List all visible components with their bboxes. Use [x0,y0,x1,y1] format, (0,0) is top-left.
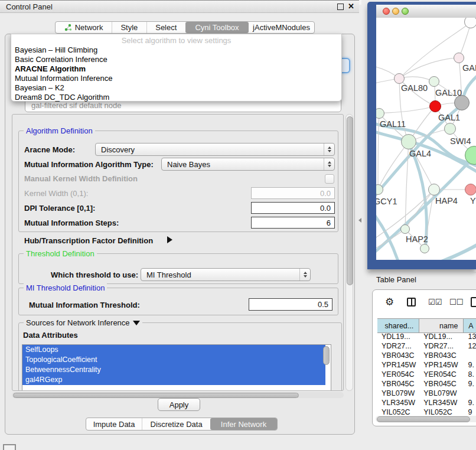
table-panel-title: Table Panel [376,275,416,284]
select-all-checkbox-icon[interactable]: ☑☑ [428,297,442,308]
network-window-titlebar[interactable] [376,5,476,18]
table-row[interactable]: YLR345W YLR345W 9. [377,398,476,407]
dropdown-item[interactable]: Bayesian – K2 [11,83,341,93]
table-row[interactable]: YBL079W YBL079W [377,389,476,398]
minimized-panel-icon[interactable] [3,444,16,450]
list-scrollbar[interactable] [323,346,330,365]
manual-kernel-checkbox[interactable] [325,174,334,184]
list-item[interactable]: BetweennessCentrality [22,365,325,375]
table-row[interactable]: YER054C YER054C 8. [377,370,476,379]
gear-icon[interactable]: ⚙ [385,297,394,308]
manual-kernel-label: Manual Kernel Width Definition [24,174,138,183]
column-header-name[interactable]: name [419,319,464,332]
table-panel-titlebar: Table Panel [369,272,476,286]
table-panel: ⚙ ☑☑ ☐☐ shared... name A YDL19... YDL19.… [372,289,476,426]
network-node[interactable] [454,53,464,63]
network-node[interactable] [464,18,476,28]
list-item[interactable]: TopologicalCoefficient [22,355,325,365]
network-node-gal80[interactable] [394,73,405,84]
tab-network[interactable]: Network [56,22,112,33]
tab-select[interactable]: Select [146,22,185,33]
table-row[interactable]: YPR145W YPR145W 9. [377,360,476,370]
apply-button[interactable]: Apply [158,398,200,411]
columns-icon[interactable] [407,298,416,306]
aracne-mode-combo[interactable]: Discovery [95,143,335,156]
network-node-selected[interactable] [429,100,441,112]
tab-cyni-toolbox[interactable]: Cyni Toolbox [185,22,249,33]
list-item[interactable]: SelfLoops [22,345,325,355]
which-threshold-combo[interactable]: MI Threshold [141,268,311,281]
tab-discretize-data-label: Discretize Data [151,420,203,429]
minimize-window-icon[interactable] [392,8,399,15]
column-header-partial[interactable]: A [464,319,476,332]
network-node-gal10[interactable] [429,76,439,87]
close-panel-icon[interactable]: ✕ [348,3,354,10]
table-hscrollbar-track[interactable] [376,416,476,422]
bottom-tabbar: Impute Data Discretize Data Infer Networ… [86,418,278,431]
collapsed-arrow-icon[interactable] [167,236,172,243]
which-threshold-value: MI Threshold [146,270,191,279]
aracne-mode-value: Discovery [101,145,135,154]
splitter-collapse-icon[interactable] [358,218,361,223]
node-label: GAL [462,63,476,73]
network-node-hap2[interactable] [400,224,410,234]
node-label: HAP4 [435,196,458,206]
settings-hscrollbar-thumb[interactable] [13,393,299,398]
settings-vscrollbar-thumb[interactable] [347,116,353,285]
sources-title[interactable]: Sources for Network Inference [24,318,142,327]
dropdown-item[interactable]: Mutual Information Inference [11,74,341,83]
algorithm-dropdown: Select algorithm to view settings Bayesi… [11,34,342,102]
table-row[interactable]: YDR27... YDR27... 12 [377,341,476,351]
zoom-window-icon[interactable] [402,8,409,15]
tab-select-label: Select [155,23,177,32]
table-hscrollbar-thumb[interactable] [377,416,470,422]
mi-threshold-input[interactable]: 0.5 [249,298,332,311]
network-node-gal1[interactable] [444,123,456,135]
mi-steps-input[interactable]: 6 [251,217,335,229]
list-item[interactable]: gal4RGexp [22,375,325,385]
dpi-tolerance-input[interactable]: 0.0 [251,202,335,214]
table-row[interactable]: YIL052C YIL052C 9 [377,407,476,415]
hub-section-label[interactable]: Hub/Transcription Factor Definition [24,236,153,245]
data-attributes-label: Data Attributes [23,331,78,340]
tab-style[interactable]: Style [112,22,146,33]
network-node[interactable] [420,244,429,253]
tab-discretize-data[interactable]: Discretize Data [142,418,210,430]
mi-type-combo[interactable]: Naive Bayes [161,158,335,171]
tab-impute-data-label: Impute Data [93,420,135,429]
table-row[interactable]: YBR043C YBR043C [377,351,476,360]
mi-type-label: Mutual Information Algorithm Type: [24,160,154,169]
settings-vscrollbar-track[interactable] [345,114,353,391]
combo-stepper-icon [299,269,310,281]
dropdown-item[interactable]: Bayesian – Hill Climbing [11,45,341,55]
table-row[interactable]: YDL19... YDL19... 13 [377,332,476,341]
tab-jactivemnodules[interactable]: jActiveMNodules [249,22,314,33]
settings-hscrollbar-track[interactable] [12,392,344,398]
float-panel-icon[interactable] [337,4,344,10]
mi-threshold-label: Mutual Information Threshold: [29,301,140,309]
dropdown-item[interactable]: Basic Correlation Inference [11,55,341,64]
close-window-icon[interactable] [383,8,390,15]
network-node-hap4[interactable] [428,184,440,195]
combo-stepper-icon [324,158,334,170]
dropdown-item[interactable]: Dream8 DC_TDC Algorithm [11,93,341,102]
network-node[interactable] [465,184,476,195]
aracne-mode-label: Aracne Mode: [24,145,75,154]
network-canvas[interactable]: GAL80 GAL10 GAL1 GAL11 SWI4 GAL4 GCY1 HA… [376,18,476,260]
node-label: GAL1 [438,113,460,122]
tab-impute-data[interactable]: Impute Data [86,418,142,430]
node-label: GAL4 [409,149,431,158]
table-row[interactable]: YBR045C YBR045C 9. [377,379,476,389]
tab-infer-network[interactable]: Infer Network [210,418,277,430]
dropdown-item-selected[interactable]: ARACNE Algorithm [11,64,341,74]
network-node-gal4[interactable] [401,134,416,149]
mi-threshold-value: 0.5 [318,300,328,309]
export-table-icon[interactable] [471,297,476,307]
deselect-all-checkbox-icon[interactable]: ☐☐ [449,297,463,308]
which-threshold-label: Which threshold to use: [51,270,138,279]
dpi-tolerance-label: DPI Tolerance [0,1]: [24,204,95,213]
expanded-arrow-icon [133,321,140,325]
sources-title-label: Sources for Network Inference [26,318,130,327]
kernel-width-input[interactable]: 0.0 [251,187,335,199]
column-header-shared-name[interactable]: shared... [377,319,419,332]
